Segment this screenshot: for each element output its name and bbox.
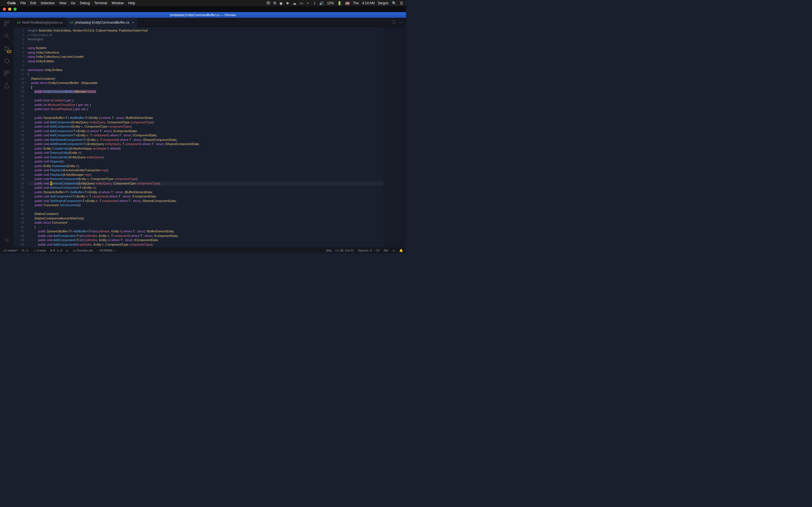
wifi-icon[interactable]: ᯤ (306, 1, 310, 5)
split-editor-icon[interactable] (392, 20, 396, 25)
cloud-icon[interactable]: ☁ (293, 1, 296, 5)
svg-point-1 (5, 47, 6, 48)
svg-rect-6 (7, 71, 9, 73)
language-mode[interactable]: C# (375, 249, 379, 252)
menu-window[interactable]: Window (112, 1, 124, 5)
svg-point-4 (5, 59, 9, 63)
window-title: [metadata] EntityCommandBuffer.cs — Onma… (0, 12, 406, 18)
activity-bar: 26 (0, 18, 13, 247)
indent-info[interactable]: Spaces: 4 (358, 249, 371, 252)
display-icon[interactable]: ▭ (300, 1, 303, 5)
feedback-icon[interactable]: ☺ (392, 249, 395, 252)
git-sync[interactable]: 0↓ 1↑ (22, 249, 29, 252)
tab-bar: C# NoteTimeBakingSystem.cs C# [metadata]… (13, 18, 406, 27)
menu-file[interactable]: File (20, 1, 26, 5)
solution[interactable]: ▭ Onmaku.sln (73, 249, 93, 252)
menubar-right: Ⓜ ⧉ ◉ ❖ ☁ ▭ ᯤ ᚼ 🔊 12% 🔋 🇺🇸 Thu 4:14 AM 5… (266, 1, 403, 6)
menubar-app-name[interactable]: Code (7, 1, 16, 5)
editor-actions: ⋯ (392, 18, 406, 27)
spell-check[interactable]: Ab| (384, 249, 388, 252)
code-editor[interactable]: 1234567891011121314151617181920212223242… (13, 27, 406, 247)
bluetooth-icon[interactable]: ᚼ (313, 1, 316, 5)
case-sensitive[interactable]: [Aa] (326, 249, 332, 252)
menu-view[interactable]: View (59, 1, 66, 5)
search-icon[interactable] (3, 33, 10, 40)
window-minimize-button[interactable] (8, 8, 11, 11)
window-title-text: [metadata] EntityCommandBuffer.cs — Onma… (170, 13, 236, 17)
minimap[interactable] (384, 27, 406, 247)
omnisharp-flame-icon[interactable]: ♨ (66, 249, 69, 252)
menu-go[interactable]: Go (71, 1, 75, 5)
editor-area: C# NoteTimeBakingSystem.cs C# [metadata]… (13, 18, 406, 247)
menu-edit[interactable]: Edit (30, 1, 36, 5)
notifications-icon[interactable]: 🔔 (399, 249, 403, 252)
problems[interactable]: ⊘ 0 ⚠ 3 (50, 249, 62, 252)
svg-rect-5 (4, 71, 6, 73)
menu-debug[interactable]: Debug (80, 1, 90, 5)
main-area: 26 C# NoteTimeBakingSystem.cs C# [metada… (0, 18, 406, 247)
macos-menubar: Code File Edit Selection View Go Debug T… (0, 0, 406, 6)
source-control-icon[interactable]: 26 (3, 45, 10, 52)
test-icon[interactable] (3, 82, 10, 89)
window-zoom-button[interactable] (13, 8, 17, 11)
unity-icon[interactable]: ⧉ (273, 1, 276, 5)
tests-status[interactable]: ⬭ 0 tests (33, 249, 46, 252)
tab-notetimebakingsystem[interactable]: C# NoteTimeBakingSystem.cs (13, 18, 66, 27)
menubar-app-icon[interactable]: Ⓜ (266, 1, 270, 6)
clock-time[interactable]: 4:14 AM (362, 1, 375, 5)
dropbox-icon[interactable]: ❖ (286, 1, 289, 5)
status-bar: ⎇ master* 0↓ 1↑ ⬭ 0 tests ⊘ 0 ⚠ 3 ♨ ▭ On… (0, 247, 406, 253)
tab-entitycommandbuffer[interactable]: C# [metadata] EntityCommandBuffer.cs × (66, 18, 138, 27)
record-icon[interactable]: ◉ (280, 1, 283, 5)
cursor-position[interactable]: Ln 36, Col 21 (336, 249, 354, 252)
user-name[interactable]: 5argon (378, 1, 389, 5)
explorer-icon[interactable] (3, 20, 10, 27)
menu-terminal[interactable]: Terminal (94, 1, 107, 5)
extensions-icon[interactable] (3, 69, 10, 77)
more-actions-icon[interactable]: ⋯ (399, 20, 403, 24)
line-gutter: 1234567891011121314151617181920212223242… (13, 27, 28, 247)
close-tab-icon[interactable]: × (132, 20, 134, 24)
git-branch[interactable]: ⎇ master* (3, 249, 18, 252)
menu-selection[interactable]: Selection (41, 1, 54, 5)
battery-percent[interactable]: 12% (327, 1, 334, 5)
svg-rect-7 (4, 73, 6, 75)
notification-center-icon[interactable]: ☰ (400, 1, 403, 5)
svg-point-2 (5, 50, 6, 51)
svg-point-8 (6, 239, 8, 241)
menubar-left: Code File Edit Selection View Go Debug T… (3, 1, 135, 5)
menu-help[interactable]: Help (128, 1, 135, 5)
source-control-badge: 26 (6, 50, 11, 53)
tab-label: [metadata] EntityCommandBuffer.cs (75, 20, 129, 24)
settings-gear-icon[interactable] (3, 237, 10, 244)
svg-point-3 (8, 48, 9, 49)
csharp-file-icon: C# (70, 21, 73, 24)
tab-label: NoteTimeBakingSystem.cs (22, 20, 63, 24)
code-content[interactable]: #region Assembly Unity.Entities, Version… (28, 27, 384, 247)
csharp-file-icon: C# (17, 21, 20, 24)
clock-day[interactable]: Thu (353, 1, 359, 5)
debug-icon[interactable] (3, 57, 10, 64)
window-titlebar (0, 6, 406, 12)
window-close-button[interactable] (3, 8, 6, 11)
svg-point-0 (5, 34, 8, 37)
input-flag-icon[interactable]: 🇺🇸 (345, 1, 350, 5)
volume-icon[interactable]: 🔊 (319, 1, 324, 5)
spotlight-icon[interactable]: 🔍 (392, 1, 396, 5)
vim-mode: -- NORMAL -- (97, 249, 116, 252)
battery-icon[interactable]: 🔋 (337, 1, 342, 5)
